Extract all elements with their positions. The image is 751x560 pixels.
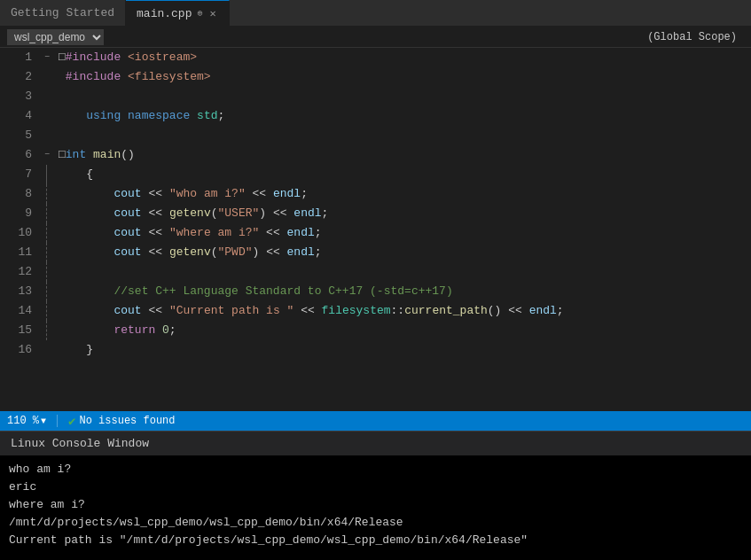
ln-16: 16 [14,340,32,360]
code-line-13: //set C++ Language Standard to C++17 (-s… [59,282,751,301]
ln-1: 1 [14,48,32,67]
tab-getting-started[interactable]: Getting Started [0,0,126,26]
ln-12: 12 [14,262,32,282]
terminal-line-3: where am i? [9,496,742,514]
status-divider [57,415,58,427]
ln-7: 7 [14,165,32,184]
code-line-1: □#include <iostream> [59,48,751,67]
terminal-body[interactable]: who am i? eric where am i? /mnt/d/projec… [0,455,751,560]
status-bar: 110 % ▼ ✔ No issues found [0,411,751,431]
code-line-9: cout << getenv("USER") << endl; [59,204,751,223]
zoom-level[interactable]: 110 % ▼ [7,415,46,427]
no-issues-label: No issues found [79,415,175,427]
terminal-title: Linux Console Window [11,437,149,450]
project-dropdown[interactable]: wsl_cpp_demo [7,29,104,45]
terminal-line-1: who am i? [9,461,742,478]
tab-bar: Getting Started main.cpp ⊕ ✕ [0,0,751,27]
ln-13: 13 [14,282,32,301]
code-line-12 [59,262,751,282]
code-line-2: #include <filesystem> [59,67,751,87]
ln-6: 6 [14,145,32,165]
tab-main-cpp[interactable]: main.cpp ⊕ ✕ [126,0,230,26]
ln-4: 4 [14,106,32,126]
code-line-3 [59,87,751,106]
code-line-16: } [59,340,751,360]
code-line-11: cout << getenv("PWD") << endl; [59,243,751,262]
ln-5: 5 [14,126,32,145]
zoom-dropdown-icon[interactable]: ▼ [41,416,46,426]
zoom-value: 110 % [7,415,39,427]
tab-close-icon[interactable]: ✕ [207,6,217,21]
code-line-14: cout << "Current path is " << filesystem… [59,301,751,321]
code-line-8: cout << "who am i?" << endl; [59,184,751,204]
fold-include[interactable]: − [41,48,53,67]
ln-8: 8 [14,184,32,204]
line-numbers: 1 2 3 4 5 6 7 8 9 10 11 12 13 14 15 16 [0,48,41,411]
terminal-line-4: /mnt/d/projects/wsl_cpp_demo/wsl_cpp_dem… [9,514,742,532]
code-line-10: cout << "where am i?" << endl; [59,223,751,243]
ln-11: 11 [14,243,32,262]
code-line-6: □int main() [59,145,751,165]
editor-area: 1 2 3 4 5 6 7 8 9 10 11 12 13 14 15 16 −… [0,48,751,411]
code-editor[interactable]: □#include <iostream> #include <filesyste… [53,48,751,411]
ln-9: 9 [14,204,32,223]
ln-14: 14 [14,301,32,321]
scope-label: (Global Scope) [647,31,744,43]
code-line-5 [59,126,751,145]
code-line-15: return 0; [59,321,751,340]
ln-10: 10 [14,223,32,243]
terminal-header: Linux Console Window [0,431,751,455]
terminal-line-5: Current path is "/mnt/d/projects/wsl_cpp… [9,532,742,549]
tab-pin-icon: ⊕ [197,8,202,19]
code-line-4: using namespace std; [59,106,751,126]
terminal-line-2: eric [9,478,742,496]
issues-status: ✔ No issues found [68,414,175,429]
breadcrumb-bar: wsl_cpp_demo (Global Scope) [0,27,751,48]
ln-15: 15 [14,321,32,340]
tab-getting-started-label: Getting Started [11,6,114,19]
tab-main-cpp-label: main.cpp [137,7,192,20]
code-line-7: { [59,165,751,184]
fold-main[interactable]: − [41,145,53,165]
fold-gutter: − − [41,48,53,411]
ln-2: 2 [14,67,32,87]
check-icon: ✔ [68,414,75,429]
ln-3: 3 [14,87,32,106]
